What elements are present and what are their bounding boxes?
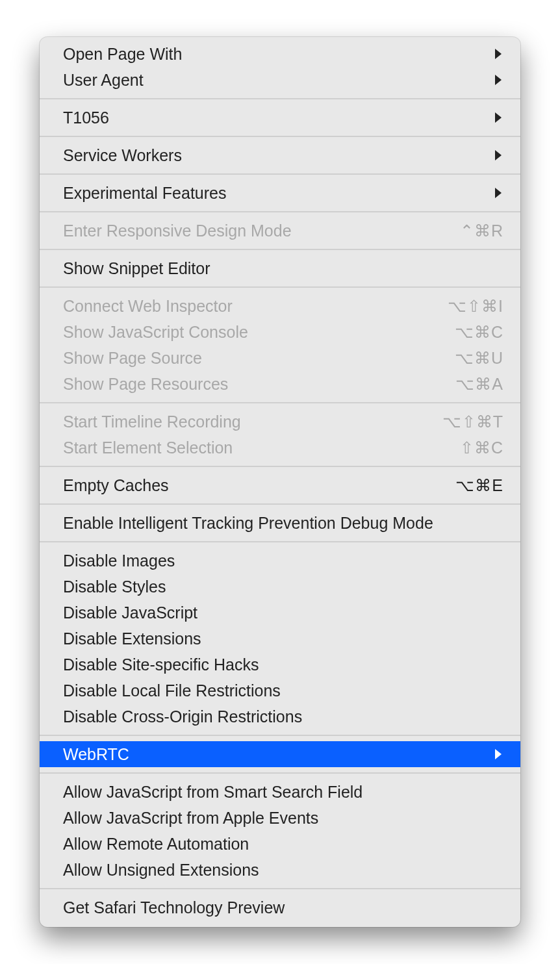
menu-item-label: Disable Extensions bbox=[63, 627, 503, 650]
menu-item-allow-remote-automation[interactable]: Allow Remote Automation bbox=[40, 831, 520, 857]
menu-item-label: Show Page Resources bbox=[63, 372, 455, 396]
menu-item-label: Show Page Source bbox=[63, 346, 455, 370]
menu-item-service-workers[interactable]: Service Workers bbox=[40, 142, 520, 168]
menu-item-webrtc[interactable]: WebRTC bbox=[40, 741, 520, 767]
menu-item-show-js-console: Show JavaScript Console⌥⌘C bbox=[40, 319, 520, 345]
menu-separator bbox=[40, 173, 520, 175]
menu-item-shortcut: ⌃⌘R bbox=[460, 219, 503, 242]
menu-item-start-element-selection: Start Element Selection⇧⌘C bbox=[40, 435, 520, 461]
menu-item-allow-js-smart-search[interactable]: Allow JavaScript from Smart Search Field bbox=[40, 779, 520, 805]
menu-item-label: Enter Responsive Design Mode bbox=[63, 219, 460, 242]
chevron-right-icon bbox=[493, 112, 503, 123]
menu-item-t1056[interactable]: T1056 bbox=[40, 105, 520, 131]
menu-item-label: Disable JavaScript bbox=[63, 601, 503, 624]
menu-item-label: Disable Local File Restrictions bbox=[63, 679, 503, 702]
menu-item-shortcut: ⇧⌘C bbox=[460, 436, 503, 459]
menu-item-enable-itp-debug[interactable]: Enable Intelligent Tracking Prevention D… bbox=[40, 510, 520, 536]
menu-item-start-timeline-recording: Start Timeline Recording⌥⇧⌘T bbox=[40, 409, 520, 435]
menu-item-label: Show JavaScript Console bbox=[63, 320, 455, 344]
menu-item-label: Disable Cross-Origin Restrictions bbox=[63, 705, 503, 728]
menu-item-label: Disable Styles bbox=[63, 575, 503, 598]
menu-item-label: T1056 bbox=[63, 106, 485, 129]
menu-item-shortcut: ⌥⌘A bbox=[455, 372, 503, 396]
menu-item-label: Open Page With bbox=[63, 42, 485, 66]
chevron-right-icon bbox=[493, 748, 503, 760]
menu-item-label: Service Workers bbox=[63, 144, 485, 167]
menu-item-disable-extensions[interactable]: Disable Extensions bbox=[40, 626, 520, 652]
stage: Open Page WithUser AgentT1056Service Wor… bbox=[0, 0, 560, 964]
menu-item-enter-responsive-design-mode: Enter Responsive Design Mode⌃⌘R bbox=[40, 218, 520, 244]
menu-item-label: Disable Site-specific Hacks bbox=[63, 653, 503, 676]
menu-item-disable-local-file[interactable]: Disable Local File Restrictions bbox=[40, 678, 520, 704]
menu-item-disable-images[interactable]: Disable Images bbox=[40, 548, 520, 574]
menu-item-label: Allow JavaScript from Apple Events bbox=[63, 806, 503, 830]
menu-item-label: Enable Intelligent Tracking Prevention D… bbox=[63, 511, 503, 535]
menu-item-experimental-features[interactable]: Experimental Features bbox=[40, 180, 520, 206]
menu-separator bbox=[40, 772, 520, 774]
chevron-right-icon bbox=[493, 149, 503, 161]
menu-item-shortcut: ⌥⇧⌘T bbox=[442, 410, 503, 433]
menu-separator bbox=[40, 249, 520, 250]
develop-menu: Open Page WithUser AgentT1056Service Wor… bbox=[40, 37, 520, 927]
menu-item-label: Experimental Features bbox=[63, 181, 485, 205]
menu-separator bbox=[40, 136, 520, 137]
menu-separator bbox=[40, 402, 520, 403]
menu-item-connect-web-inspector: Connect Web Inspector⌥⇧⌘I bbox=[40, 293, 520, 319]
menu-item-label: Get Safari Technology Preview bbox=[63, 896, 503, 919]
menu-item-label: WebRTC bbox=[63, 742, 485, 766]
menu-item-label: Show Snippet Editor bbox=[63, 257, 503, 280]
menu-item-label: Allow Remote Automation bbox=[63, 832, 503, 856]
menu-separator bbox=[40, 466, 520, 467]
chevron-right-icon bbox=[493, 187, 503, 199]
menu-item-allow-js-apple-events[interactable]: Allow JavaScript from Apple Events bbox=[40, 805, 520, 831]
menu-separator bbox=[40, 98, 520, 99]
menu-item-disable-site-hacks[interactable]: Disable Site-specific Hacks bbox=[40, 652, 520, 678]
menu-item-disable-cross-origin[interactable]: Disable Cross-Origin Restrictions bbox=[40, 704, 520, 729]
menu-item-shortcut: ⌥⌘C bbox=[455, 320, 503, 344]
menu-item-show-page-source: Show Page Source⌥⌘U bbox=[40, 345, 520, 371]
menu-separator bbox=[40, 211, 520, 212]
menu-item-open-page-with[interactable]: Open Page With bbox=[40, 41, 520, 67]
chevron-right-icon bbox=[493, 48, 503, 60]
menu-item-label: Allow Unsigned Extensions bbox=[63, 858, 503, 882]
menu-item-get-stp[interactable]: Get Safari Technology Preview bbox=[40, 894, 520, 920]
menu-separator bbox=[40, 888, 520, 889]
menu-item-allow-unsigned-extensions[interactable]: Allow Unsigned Extensions bbox=[40, 857, 520, 883]
menu-item-empty-caches[interactable]: Empty Caches⌥⌘E bbox=[40, 472, 520, 498]
menu-item-label: Empty Caches bbox=[63, 474, 455, 497]
menu-separator bbox=[40, 503, 520, 505]
menu-separator bbox=[40, 286, 520, 288]
menu-item-label: Allow JavaScript from Smart Search Field bbox=[63, 780, 503, 804]
menu-item-shortcut: ⌥⌘E bbox=[455, 474, 503, 497]
menu-item-disable-styles[interactable]: Disable Styles bbox=[40, 574, 520, 600]
menu-item-label: Disable Images bbox=[63, 549, 503, 572]
menu-item-disable-javascript[interactable]: Disable JavaScript bbox=[40, 600, 520, 626]
menu-item-shortcut: ⌥⌘U bbox=[455, 346, 503, 370]
menu-separator bbox=[40, 735, 520, 736]
menu-item-show-snippet-editor[interactable]: Show Snippet Editor bbox=[40, 255, 520, 281]
menu-item-label: Start Timeline Recording bbox=[63, 410, 442, 433]
menu-item-label: User Agent bbox=[63, 68, 485, 92]
chevron-right-icon bbox=[493, 74, 503, 86]
menu-separator bbox=[40, 541, 520, 542]
menu-item-label: Start Element Selection bbox=[63, 436, 460, 459]
menu-item-show-page-resources: Show Page Resources⌥⌘A bbox=[40, 371, 520, 397]
menu-item-label: Connect Web Inspector bbox=[63, 294, 448, 318]
menu-item-shortcut: ⌥⇧⌘I bbox=[448, 294, 503, 318]
menu-item-user-agent[interactable]: User Agent bbox=[40, 67, 520, 93]
